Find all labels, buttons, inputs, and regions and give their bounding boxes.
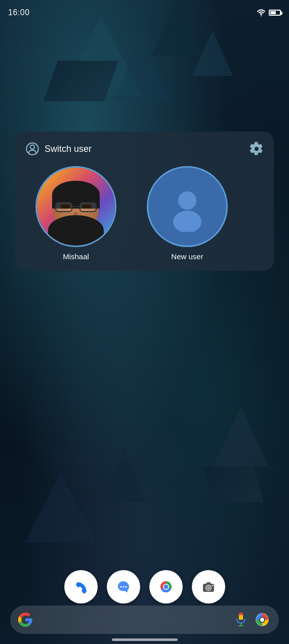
google-g-logo <box>18 613 32 627</box>
svg-point-18 <box>207 586 210 589</box>
svg-point-10 <box>125 586 127 588</box>
chrome-icon <box>156 577 176 596</box>
svg-rect-19 <box>212 585 214 586</box>
svg-point-2 <box>30 145 34 149</box>
svg-point-0 <box>261 15 262 16</box>
new-user-icon <box>162 181 213 232</box>
svg-point-8 <box>120 586 121 588</box>
svg-point-14 <box>163 585 168 589</box>
users-row: Mishaal New user <box>25 166 264 261</box>
status-time: 16:00 <box>8 8 30 17</box>
search-bar[interactable] <box>10 606 279 634</box>
dock-app-chrome[interactable] <box>149 570 183 603</box>
user-avatar-mishaal <box>35 166 116 247</box>
mic-icon <box>235 613 247 627</box>
battery-icon <box>269 10 281 16</box>
svg-point-4 <box>178 191 196 210</box>
face-photo <box>37 168 115 246</box>
status-icons <box>257 9 281 16</box>
svg-point-9 <box>122 586 124 588</box>
user-name-new: New user <box>171 252 203 261</box>
wallpaper <box>0 0 289 644</box>
svg-rect-22 <box>239 615 243 620</box>
card-title: Switch user <box>45 144 92 154</box>
user-name-mishaal: Mishaal <box>63 252 89 261</box>
search-lens-button[interactable] <box>254 611 271 628</box>
user-item-mishaal[interactable]: Mishaal <box>25 166 127 261</box>
messages-icon <box>114 577 133 596</box>
settings-icon[interactable] <box>250 142 264 156</box>
user-item-new[interactable]: New user <box>137 166 238 261</box>
dock <box>0 570 289 603</box>
switch-user-card: Switch user <box>15 132 274 271</box>
card-header: Switch user <box>25 142 264 156</box>
dock-app-messages[interactable] <box>107 570 140 603</box>
svg-point-5 <box>173 211 201 232</box>
svg-rect-21 <box>239 613 243 615</box>
wifi-icon <box>257 9 266 16</box>
dock-app-phone[interactable] <box>64 570 98 603</box>
dock-app-camera[interactable] <box>192 570 225 603</box>
lens-icon <box>255 613 269 627</box>
phone-icon <box>71 577 91 596</box>
status-bar: 16:00 <box>0 0 289 25</box>
search-mic-button[interactable] <box>232 611 250 628</box>
home-indicator <box>112 638 178 641</box>
svg-point-26 <box>260 618 264 622</box>
card-title-area: Switch user <box>25 142 92 156</box>
user-avatar-new <box>147 166 228 247</box>
camera-icon <box>199 577 218 596</box>
user-circle-icon <box>25 142 39 156</box>
